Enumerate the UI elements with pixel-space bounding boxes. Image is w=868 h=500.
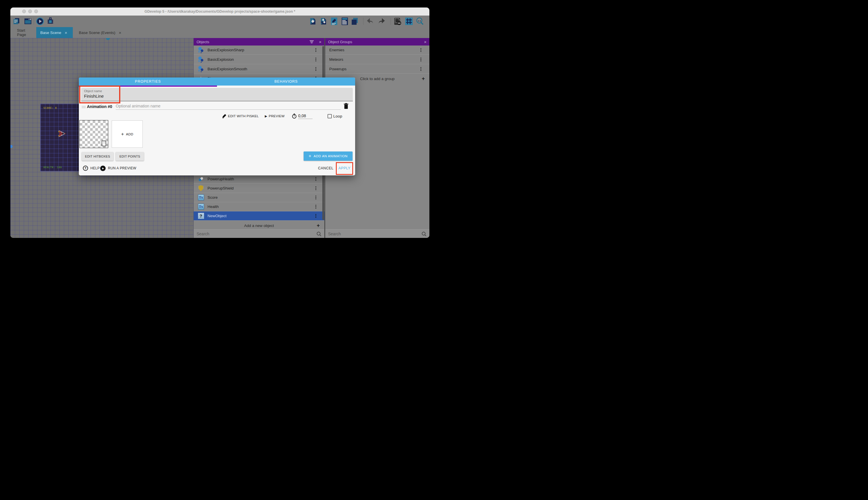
health-hud-text: HEALTH: 100 <box>44 166 62 169</box>
object-label: BasicExplosion <box>208 57 315 61</box>
close-panel-icon[interactable]: × <box>319 39 321 44</box>
group-row-meteors[interactable]: Meteors <box>325 55 430 64</box>
object-menu-button[interactable] <box>315 67 316 71</box>
object-row-basicexplosion[interactable]: BasicExplosion <box>194 55 324 64</box>
scroll-indicator-dot[interactable] <box>10 145 13 148</box>
close-tab-icon[interactable]: × <box>119 31 121 35</box>
tab-label: Base Scene (Events) <box>79 31 115 35</box>
run-preview-button[interactable]: ▶ RUN A PREVIEW <box>100 164 137 172</box>
stopwatch-icon <box>292 113 297 119</box>
shield-icon <box>198 185 204 192</box>
group-menu-button[interactable] <box>421 48 421 52</box>
object-row-health[interactable]: Tx Health <box>194 202 324 212</box>
group-row-enemies[interactable]: Enemies <box>325 46 430 55</box>
project-manager-icon[interactable] <box>12 17 21 25</box>
object-menu-button[interactable] <box>315 186 316 190</box>
object-row-powerupshield[interactable]: PowerupShield <box>194 184 324 193</box>
object-menu-button[interactable] <box>315 48 316 52</box>
undo-icon[interactable] <box>366 17 375 25</box>
filter-icon[interactable] <box>310 40 314 43</box>
debug-icon[interactable] <box>46 17 55 25</box>
animation-name-input[interactable] <box>116 104 341 110</box>
loop-control[interactable]: Loop <box>328 113 342 119</box>
zoom-window-button[interactable] <box>34 10 38 13</box>
trash-icon[interactable] <box>344 103 349 110</box>
loop-label: Loop <box>333 114 342 118</box>
play-circle-icon: ▶ <box>100 166 106 171</box>
frame-thumbnail[interactable] <box>80 120 108 148</box>
add-new-object-row[interactable]: Add a new object + <box>194 222 324 229</box>
run-preview-label: RUN A PREVIEW <box>108 166 137 170</box>
tab-base-scene[interactable]: Base Scene × <box>36 27 73 38</box>
object-menu-button[interactable] <box>315 177 316 181</box>
add-frame-button[interactable]: + ADD <box>112 121 143 148</box>
group-label: Enemies <box>329 48 421 52</box>
object-menu-button[interactable] <box>315 195 316 199</box>
tab-properties[interactable]: PROPERTIES <box>79 78 217 86</box>
object-groups-icon[interactable] <box>319 17 328 25</box>
groups-search-input[interactable] <box>328 231 421 236</box>
edit-points-button[interactable]: EDIT POINTS <box>116 152 144 161</box>
tab-start-page[interactable]: Start Page <box>13 27 34 38</box>
window-mask-icon[interactable] <box>394 17 402 25</box>
object-label: BasicExplosionSmooth <box>208 67 315 71</box>
group-row-powerups[interactable]: Powerups <box>325 65 430 74</box>
object-row-basicexplosionsharp[interactable]: BasicExplosionSharp <box>194 46 324 55</box>
loop-checkbox[interactable] <box>328 114 332 118</box>
preview-label: PREVIEW <box>269 114 285 118</box>
close-window-button[interactable] <box>22 10 26 13</box>
object-properties-dialog: PROPERTIES BEHAVIORS Object name FinishL… <box>79 78 355 175</box>
frame-duration-field[interactable] <box>292 113 313 119</box>
grid-icon[interactable] <box>404 17 413 25</box>
minimize-window-button[interactable] <box>28 10 32 13</box>
explosion-icon <box>198 47 204 53</box>
scene-properties-icon[interactable] <box>330 17 338 25</box>
groups-search-bar <box>325 229 430 238</box>
object-row-basicexplosionsmooth[interactable]: BasicExplosionSmooth <box>194 65 324 74</box>
object-row-newobject-selected[interactable]: ? NewObject <box>194 212 324 220</box>
preview-button[interactable]: ▶ PREVIEW <box>265 113 285 119</box>
object-menu-button[interactable] <box>315 205 316 208</box>
edit-with-piskel-button[interactable]: EDIT WITH PISKEL <box>222 113 259 119</box>
objects-search-input[interactable] <box>197 231 316 236</box>
main-toolbar: 1:1 <box>10 15 430 27</box>
screenshot-root: GDevelop 5 - /Users/dkarakay/Documents/G… <box>0 0 434 250</box>
add-object-label: Add a new object <box>244 224 274 228</box>
health-pill-icon <box>198 176 204 182</box>
object-menu-button[interactable] <box>315 58 316 61</box>
play-preview-icon[interactable] <box>36 17 44 25</box>
tab-behaviors[interactable]: BEHAVIORS <box>217 78 355 86</box>
redo-icon[interactable] <box>377 17 386 25</box>
zoom-one-to-one-icon[interactable]: 1:1 <box>415 17 424 25</box>
help-button[interactable]: ? HELP <box>83 164 100 172</box>
close-panel-icon[interactable]: × <box>424 39 426 44</box>
objects-search-bar <box>194 229 324 238</box>
start-page-icon[interactable] <box>24 17 32 25</box>
titlebar: GDevelop 5 - /Users/dkarakay/Documents/G… <box>10 8 430 15</box>
object-label: NewObject <box>208 214 315 218</box>
object-menu-button[interactable] <box>315 214 316 218</box>
instances-list-icon[interactable] <box>340 17 349 25</box>
drag-handle-icon[interactable] <box>82 106 86 109</box>
tab-base-scene-events[interactable]: Base Scene (Events) × <box>75 27 130 38</box>
objects-panel-icon[interactable] <box>308 17 317 25</box>
cancel-button[interactable]: CANCEL <box>318 164 333 172</box>
group-menu-button[interactable] <box>421 58 421 61</box>
edit-hitboxes-label: EDIT HITBOXES <box>85 155 110 158</box>
help-label: HELP <box>90 166 100 170</box>
plus-icon: + <box>308 154 311 159</box>
close-tab-icon[interactable]: × <box>65 31 67 35</box>
edit-points-label: EDIT POINTS <box>119 155 140 158</box>
object-name-field[interactable]: Object name FinishLine <box>81 88 353 101</box>
search-icon <box>421 231 426 237</box>
player-ship-sprite[interactable] <box>57 129 67 139</box>
edit-hitboxes-button[interactable]: EDIT HITBOXES <box>82 152 114 161</box>
frame-duration-input[interactable] <box>298 113 313 119</box>
editor-tabbar: Start Page Base Scene × Base Scene (Even… <box>10 27 430 38</box>
group-menu-button[interactable] <box>421 67 421 71</box>
layers-icon[interactable] <box>351 17 359 25</box>
add-animation-button[interactable]: + ADD AN ANIMATION <box>304 151 353 161</box>
object-row-poweruphealth[interactable]: PowerupHealth <box>194 174 324 184</box>
object-row-score[interactable]: Tx Score <box>194 193 324 202</box>
play-icon: ▶ <box>265 114 267 118</box>
